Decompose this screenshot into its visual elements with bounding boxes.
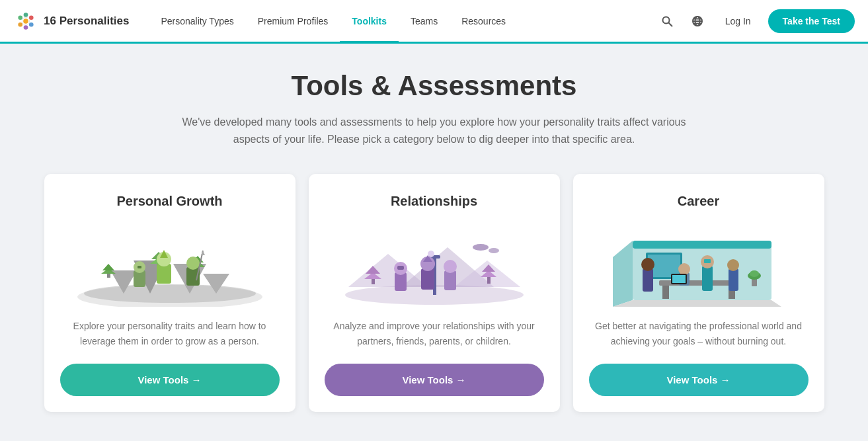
card-desc-career: Get better at navigating the professiona… — [589, 319, 809, 349]
card-title-personal-growth: Personal Growth — [116, 194, 222, 209]
card-desc-personal-growth: Explore your personality traits and lear… — [60, 319, 280, 349]
search-button[interactable] — [656, 11, 678, 32]
view-tools-personal-growth[interactable]: View Tools → — [60, 364, 280, 396]
svg-rect-55 — [397, 266, 404, 270]
nav-right: Log In Take the Test — [656, 9, 855, 33]
svg-point-4 — [24, 25, 28, 30]
card-career: Career — [573, 174, 824, 412]
card-title-career: Career — [678, 194, 719, 209]
take-test-button[interactable]: Take the Test — [768, 9, 855, 33]
svg-rect-56 — [421, 268, 434, 290]
svg-rect-77 — [702, 266, 713, 291]
svg-rect-32 — [138, 266, 141, 268]
svg-point-62 — [489, 248, 499, 253]
svg-point-5 — [18, 22, 22, 26]
svg-rect-83 — [672, 275, 686, 283]
card-desc-relationships: Analyze and improve your relationships w… — [325, 319, 544, 349]
cards-row: Personal Growth — [44, 174, 824, 412]
svg-point-81 — [727, 259, 739, 271]
nav-links: Personality Types Premium Profiles Toolk… — [149, 0, 656, 43]
login-button[interactable]: Log In — [717, 12, 759, 30]
svg-rect-73 — [643, 268, 653, 292]
language-button[interactable] — [687, 11, 708, 32]
nav-link-resources[interactable]: Resources — [450, 0, 518, 43]
svg-point-86 — [750, 270, 759, 277]
svg-marker-39 — [201, 251, 205, 255]
svg-point-61 — [473, 244, 489, 251]
svg-point-2 — [29, 15, 34, 20]
nav-link-teams[interactable]: Teams — [399, 0, 450, 43]
svg-marker-23 — [102, 264, 114, 270]
svg-point-74 — [641, 258, 654, 271]
svg-point-3 — [29, 22, 34, 26]
svg-rect-64 — [633, 241, 771, 249]
svg-marker-65 — [613, 241, 633, 307]
svg-rect-33 — [157, 264, 171, 284]
nav-link-toolkits[interactable]: Toolkits — [340, 0, 399, 43]
card-title-relationships: Relationships — [391, 194, 477, 209]
svg-rect-53 — [395, 272, 407, 291]
svg-point-1 — [24, 13, 28, 17]
view-tools-career[interactable]: View Tools → — [589, 364, 809, 396]
illustration-personal-growth — [60, 221, 280, 307]
svg-point-76 — [678, 263, 690, 275]
card-relationships: Relationships — [309, 174, 560, 412]
svg-rect-71 — [662, 286, 669, 299]
search-icon — [661, 15, 673, 27]
globe-icon — [691, 15, 703, 27]
svg-line-9 — [668, 22, 672, 26]
svg-marker-67 — [613, 300, 791, 307]
logo-text: 16 Personalities — [44, 15, 129, 28]
svg-point-8 — [662, 17, 669, 23]
svg-rect-79 — [704, 259, 711, 263]
main-content: Tools & Assessments We've developed many… — [0, 44, 868, 441]
illustration-relationships — [325, 221, 544, 307]
logo-link[interactable]: 16 Personalities — [13, 9, 129, 34]
svg-point-6 — [18, 15, 22, 20]
page-subtitle: We've developed many tools and assessmen… — [177, 114, 692, 147]
nav-link-premium-profiles[interactable]: Premium Profiles — [246, 0, 340, 43]
illustration-career — [589, 221, 809, 307]
nav-link-personality-types[interactable]: Personality Types — [149, 0, 245, 43]
page-title: Tools & Assessments — [13, 70, 855, 102]
view-tools-relationships[interactable]: View Tools → — [325, 364, 544, 396]
svg-point-37 — [186, 257, 200, 270]
navbar: 16 Personalities Personality Types Premi… — [0, 0, 868, 44]
svg-point-52 — [428, 251, 434, 257]
logo-icon — [13, 9, 38, 34]
svg-point-60 — [444, 260, 457, 273]
svg-rect-59 — [444, 270, 456, 290]
svg-point-0 — [23, 19, 28, 24]
card-personal-growth: Personal Growth — [44, 174, 296, 412]
svg-point-16 — [84, 284, 256, 303]
svg-rect-80 — [729, 268, 738, 291]
